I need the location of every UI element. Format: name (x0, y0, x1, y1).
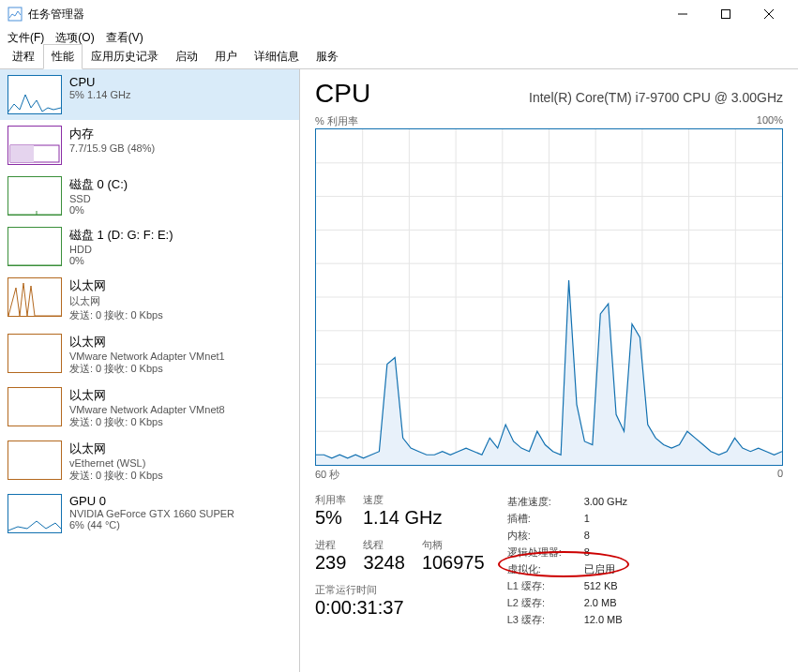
main-header: CPU Intel(R) Core(TM) i7-9700 CPU @ 3.00… (315, 79, 783, 109)
sidebar-thumb-icon (8, 277, 62, 317)
sidebar-item-7[interactable]: 以太网 vEthernet (WSL) 发送: 0 接收: 0 Kbps (0, 435, 299, 488)
tab-details[interactable]: 详细信息 (246, 44, 308, 69)
cpu-chart[interactable] (315, 128, 783, 466)
sidebar-item-3[interactable]: 磁盘 1 (D: G: F: E:) HDD 0% (0, 221, 299, 272)
maximize-button[interactable] (704, 0, 747, 28)
tabbar: 进程 性能 应用历史记录 启动 用户 详细信息 服务 (0, 47, 798, 69)
cpu-model: Intel(R) Core(TM) i7-9700 CPU @ 3.00GHz (529, 90, 783, 105)
sidebar-thumb-icon (8, 441, 62, 480)
titlebar: 任务管理器 (0, 0, 798, 28)
sidebar-thumb-icon (8, 176, 62, 216)
sidebar[interactable]: CPU 5% 1.14 GHz 内存 7.7/15.9 GB (48%) 磁盘 … (0, 69, 300, 672)
sidebar-thumb-icon (8, 227, 62, 266)
sidebar-item-0[interactable]: CPU 5% 1.14 GHz (0, 69, 299, 120)
svg-rect-2 (722, 10, 730, 19)
sidebar-item-5[interactable]: 以太网 VMware Network Adapter VMnet1 发送: 0 … (0, 328, 299, 381)
cpu-spec-table: 基准速度:3.00 GHz 插槽:1 内核:8 逻辑处理器:8 虚拟化:已启用 … (507, 493, 627, 628)
chart-ymax: 100% (757, 114, 783, 128)
window-title: 任务管理器 (28, 7, 661, 22)
stat-threads: 线程 3248 (363, 538, 405, 574)
tab-performance[interactable]: 性能 (43, 44, 83, 69)
sidebar-thumb-icon (8, 334, 62, 373)
menu-view[interactable]: 查看(V) (106, 30, 143, 46)
sidebar-item-1[interactable]: 内存 7.7/15.9 GB (48%) (0, 120, 299, 171)
resource-title: CPU (315, 79, 370, 109)
chart-bottom-labels: 60 秒 0 (315, 468, 783, 482)
main-panel: CPU Intel(R) Core(TM) i7-9700 CPU @ 3.00… (300, 69, 798, 672)
tab-users[interactable]: 用户 (206, 44, 246, 69)
tab-processes[interactable]: 进程 (4, 44, 43, 69)
sidebar-item-4[interactable]: 以太网 以太网 发送: 0 接收: 0 Kbps (0, 272, 299, 328)
sidebar-thumb-icon (8, 494, 62, 533)
menu-file[interactable]: 文件(F) (8, 30, 44, 46)
tab-app-history[interactable]: 应用历史记录 (83, 44, 167, 69)
chart-top-labels: % 利用率 100% (315, 114, 783, 128)
sidebar-item-2[interactable]: 磁盘 0 (C:) SSD 0% (0, 171, 299, 221)
stat-speed: 速度 1.14 GHz (363, 493, 442, 529)
minimize-button[interactable] (661, 0, 704, 28)
sidebar-thumb-icon (8, 126, 62, 165)
stat-processes: 进程 239 (315, 538, 346, 574)
menu-options[interactable]: 选项(O) (55, 30, 94, 46)
sidebar-thumb-icon (8, 75, 62, 114)
chart-xmax: 60 秒 (315, 468, 339, 482)
chart-xmin: 0 (777, 468, 783, 482)
app-icon (8, 7, 23, 22)
stat-util: 利用率 5% (315, 493, 346, 529)
stat-uptime: 正常运行时间 0:00:31:37 (315, 583, 485, 619)
tab-services[interactable]: 服务 (308, 44, 347, 69)
stat-handles: 句柄 106975 (422, 538, 485, 574)
chart-ylabel: % 利用率 (315, 114, 358, 128)
sidebar-item-6[interactable]: 以太网 VMware Network Adapter VMnet8 发送: 0 … (0, 381, 299, 435)
sidebar-item-8[interactable]: GPU 0 NVIDIA GeForce GTX 1660 SUPER 6% (… (0, 488, 299, 539)
stats-row: 利用率 5% 速度 1.14 GHz 进程 239 线程 324 (315, 493, 783, 628)
sidebar-thumb-icon (8, 387, 62, 426)
close-button[interactable] (747, 0, 790, 28)
content: CPU 5% 1.14 GHz 内存 7.7/15.9 GB (48%) 磁盘 … (0, 69, 798, 672)
svg-rect-6 (10, 145, 34, 162)
tab-startup[interactable]: 启动 (167, 44, 206, 69)
